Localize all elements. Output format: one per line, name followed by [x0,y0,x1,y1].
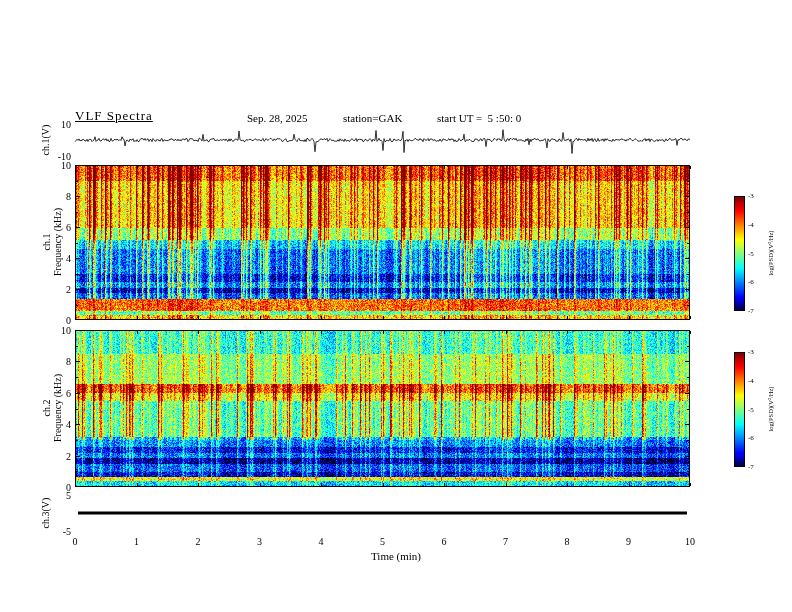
xtick-label: 9 [626,536,631,547]
ytick-label: 2 [66,450,71,461]
xtick-label: 2 [196,536,201,547]
x-axis-label: Time (min) [371,550,421,562]
ytick-label: 10 [61,325,71,336]
ytick-label: 10 [61,160,71,171]
ch1-channel-label: ch.1 [41,208,52,276]
ch2-frequency-axis-label: ch.2 Frequency (kHz) [41,374,63,442]
ytick-label: 5 [66,490,71,501]
plot-title: VLF Spectra [75,108,153,124]
ytick-label: 10 [61,119,71,130]
colorbar2-unit-label: log(PSD)(V²/Hz) [767,387,774,432]
ch1-voltage-axis-label: ch.1(V) [40,125,51,156]
cbtick-label: -3 [748,348,754,356]
ytick-label: 2 [66,284,71,295]
vlf-spectra-figure: VLF Spectra Sep. 28, 2025 station=GAK st… [0,0,792,612]
header-station: station=GAK [343,112,402,124]
cbtick-label: -5 [748,406,754,414]
ytick-label: 8 [66,191,71,202]
ch1-frequency-axis-label: ch.1 Frequency (kHz) [41,208,63,276]
xtick-label: 3 [257,536,262,547]
xtick-label: 4 [319,536,324,547]
xtick-label: 5 [380,536,385,547]
cbtick-label: -7 [748,307,754,315]
ytick-label: 4 [66,419,71,430]
xtick-label: 10 [685,536,695,547]
ch2-channel-label: ch.2 [41,374,52,442]
xtick-label: 6 [442,536,447,547]
ytick-label: 6 [66,387,71,398]
colorbar1-unit-label: log(PSD)(V²/Hz) [767,231,774,276]
cbtick-label: -4 [748,377,754,385]
xtick-label: 7 [503,536,508,547]
cbtick-label: -5 [748,250,754,258]
xtick-label: 1 [134,536,139,547]
cbtick-label: -6 [748,434,754,442]
ytick-label: 8 [66,356,71,367]
cbtick-label: -4 [748,221,754,229]
ch3-voltage-axis-label: ch.3(V) [40,498,51,529]
header-start-ut: start UT = 5 :50: 0 [437,112,521,124]
ytick-label: -5 [63,526,71,537]
ytick-label: 6 [66,222,71,233]
xtick-label: 0 [73,536,78,547]
ytick-label: 4 [66,253,71,264]
cbtick-label: -6 [748,278,754,286]
xtick-label: 8 [565,536,570,547]
cbtick-label: -3 [748,192,754,200]
ch1-frequency-label: Frequency (kHz) [52,208,63,276]
cbtick-label: -7 [748,463,754,471]
ch2-frequency-label: Frequency (kHz) [52,374,63,442]
spectrogram-plot-canvas [0,0,792,612]
header-date: Sep. 28, 2025 [247,112,308,124]
